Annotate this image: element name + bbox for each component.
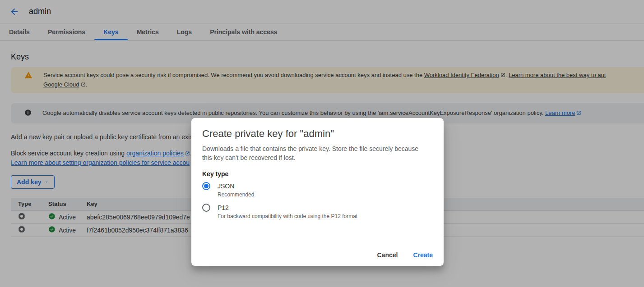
radio-option-description: For backward compatibility with code usi…	[218, 213, 433, 220]
radio-option-label: JSON	[218, 182, 234, 190]
radio-option-json[interactable]: JSON	[202, 182, 433, 190]
create-button[interactable]: Create	[413, 251, 433, 259]
radio-unselected-icon[interactable]	[202, 204, 210, 212]
radio-selected-icon[interactable]	[202, 182, 210, 190]
radio-option-p12[interactable]: P12	[202, 204, 433, 212]
create-private-key-dialog: Create private key for "admin" Downloads…	[191, 118, 444, 266]
cancel-button[interactable]: Cancel	[377, 251, 398, 259]
key-type-label: Key type	[202, 170, 433, 178]
dialog-footer: Cancel Create	[377, 251, 433, 259]
radio-option-description: Recommended	[218, 191, 433, 198]
radio-option-label: P12	[218, 204, 229, 211]
dialog-title: Create private key for "admin"	[202, 128, 433, 140]
dialog-description: Downloads a file that contains the priva…	[202, 144, 433, 162]
